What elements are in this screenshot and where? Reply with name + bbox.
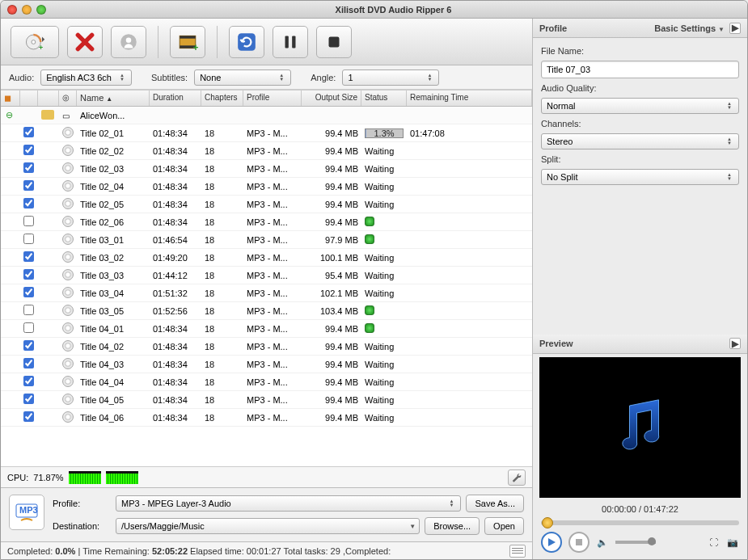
- audio-quality-label: Audio Quality:: [541, 83, 739, 93]
- volume-icon[interactable]: 🔈: [596, 536, 609, 549]
- row-checkbox[interactable]: [23, 145, 34, 155]
- cell-duration: 01:48:34: [150, 324, 201, 334]
- col-status[interactable]: Status: [361, 91, 407, 106]
- add-clip-button[interactable]: +: [170, 26, 205, 58]
- browse-button[interactable]: Browse...: [425, 517, 480, 535]
- cell-chapters: 18: [201, 324, 243, 334]
- col-output-size[interactable]: Output Size: [302, 91, 361, 106]
- table-row[interactable]: Title 02_0101:48:3418MP3 - M...99.4 MB1.…: [1, 124, 532, 142]
- row-checkbox[interactable]: [23, 411, 34, 422]
- row-checkbox[interactable]: [23, 127, 34, 137]
- status-ready-icon: [365, 323, 374, 333]
- table-row[interactable]: Title 03_0101:46:5418MP3 - M...97.9 MB: [1, 231, 532, 249]
- table-row[interactable]: Title 03_0301:44:1218MP3 - M...95.4 MBWa…: [1, 267, 532, 284]
- table-row[interactable]: Title 04_0501:48:3418MP3 - M...99.4 MBWa…: [1, 391, 532, 409]
- basic-settings-dropdown[interactable]: Basic Settings▼: [654, 23, 725, 33]
- panel-expand-icon[interactable]: ▶: [729, 338, 741, 349]
- save-as-button[interactable]: Save As...: [466, 495, 524, 512]
- table-row[interactable]: Title 02_0301:48:3418MP3 - M...99.4 MBWa…: [1, 160, 532, 178]
- row-checkbox[interactable]: [23, 180, 34, 191]
- row-checkbox[interactable]: [23, 287, 34, 297]
- row-checkbox[interactable]: [23, 340, 34, 351]
- cell-size: 99.4 MB: [302, 217, 361, 227]
- col-expand[interactable]: ◼: [1, 91, 20, 106]
- col-chapters[interactable]: Chapters: [201, 91, 243, 106]
- table-row[interactable]: Title 03_0201:49:2018MP3 - M...100.1 MBW…: [1, 249, 532, 267]
- info-button[interactable]: [111, 26, 146, 58]
- convert-button[interactable]: [229, 26, 264, 58]
- table-row[interactable]: Title 04_0401:48:3418MP3 - M...99.4 MBWa…: [1, 373, 532, 391]
- status-text: Waiting: [365, 395, 394, 405]
- table-row[interactable]: Title 04_0301:48:3418MP3 - M...99.4 MBWa…: [1, 356, 532, 373]
- cell-chapters: 18: [201, 342, 243, 352]
- row-checkbox[interactable]: [23, 394, 34, 404]
- cell-duration: 01:48:34: [150, 395, 201, 405]
- preview-time: 00:00:00 / 01:47:22: [533, 501, 747, 517]
- file-name-input[interactable]: Title 07_03: [541, 61, 739, 78]
- table-row[interactable]: Title 02_0601:48:3418MP3 - M...99.4 MB: [1, 213, 532, 231]
- snapshot-icon[interactable]: 📷: [726, 536, 739, 549]
- minimize-icon[interactable]: [22, 5, 32, 15]
- fullscreen-icon[interactable]: ⛶: [707, 536, 720, 549]
- table-row[interactable]: Title 04_0101:48:3418MP3 - M...99.4 MB: [1, 320, 532, 338]
- slider-knob[interactable]: [542, 517, 553, 528]
- play-button[interactable]: [541, 532, 562, 553]
- output-panel: MP3 Profile: MP3 - MPEG Layer-3 Audio ▲▼…: [1, 487, 532, 541]
- zoom-icon[interactable]: [36, 5, 46, 15]
- preview-seek-slider[interactable]: [541, 520, 739, 525]
- row-checkbox[interactable]: [23, 322, 34, 333]
- row-checkbox[interactable]: [23, 269, 34, 280]
- table-body[interactable]: ⊖ ▭ AliceWon... Title 02_0101:48:3418MP3…: [1, 107, 532, 466]
- table-row[interactable]: Title 02_0401:48:3418MP3 - M...99.4 MBWa…: [1, 178, 532, 196]
- stop-button[interactable]: [316, 26, 352, 58]
- volume-slider[interactable]: [615, 541, 656, 544]
- col-checkbox[interactable]: [20, 91, 38, 106]
- open-button[interactable]: Open: [484, 517, 524, 535]
- row-checkbox[interactable]: [23, 162, 34, 173]
- mp3-icon: MP3: [9, 495, 44, 530]
- audio-select[interactable]: English AC3 6ch ▲▼: [40, 69, 132, 86]
- destination-select[interactable]: /Users/Maggie/Music ▼: [116, 518, 420, 534]
- subtitles-select[interactable]: None ▲▼: [194, 69, 291, 86]
- split-select[interactable]: No Split ▲▼: [541, 169, 739, 185]
- channels-select[interactable]: Stereo ▲▼: [541, 133, 739, 149]
- row-checkbox[interactable]: [23, 234, 34, 244]
- table-row[interactable]: Title 02_0201:48:3418MP3 - M...99.4 MBWa…: [1, 142, 532, 160]
- status-text: Waiting: [365, 360, 394, 369]
- table-row[interactable]: Title 04_0201:48:3418MP3 - M...99.4 MBWa…: [1, 338, 532, 356]
- panel-expand-icon[interactable]: ▶: [729, 23, 741, 34]
- col-duration[interactable]: Duration: [150, 91, 201, 106]
- settings-button[interactable]: [508, 469, 526, 486]
- col-disc-icon[interactable]: ◎: [59, 91, 77, 106]
- row-checkbox[interactable]: [23, 358, 34, 368]
- col-profile[interactable]: Profile: [243, 91, 302, 106]
- row-checkbox[interactable]: [23, 251, 34, 262]
- row-checkbox[interactable]: [23, 198, 34, 208]
- row-checkbox[interactable]: [23, 376, 34, 386]
- angle-select[interactable]: 1 ▲▼: [342, 69, 439, 86]
- disc-icon: [62, 234, 74, 245]
- collapse-icon[interactable]: ⊖: [4, 111, 14, 120]
- disc-icon: [62, 287, 74, 298]
- disc-icon: [62, 358, 74, 369]
- right-pane: Profile Basic Settings▼ ▶ File Name: Tit…: [533, 19, 747, 559]
- profile-select[interactable]: MP3 - MPEG Layer-3 Audio ▲▼: [116, 495, 461, 512]
- stop-preview-button[interactable]: [568, 532, 590, 553]
- table-row-parent[interactable]: ⊖ ▭ AliceWon...: [1, 107, 532, 124]
- cell-profile: MP3 - M...: [243, 288, 302, 298]
- table-row[interactable]: Title 03_0501:52:5618MP3 - M...103.4 MB: [1, 302, 532, 320]
- row-checkbox[interactable]: [23, 305, 34, 315]
- audio-quality-select[interactable]: Normal ▲▼: [541, 98, 739, 114]
- row-checkbox[interactable]: [23, 216, 34, 226]
- table-row[interactable]: Title 02_0501:48:3418MP3 - M...99.4 MBWa…: [1, 196, 532, 213]
- remove-button[interactable]: [67, 26, 103, 58]
- pause-button[interactable]: [273, 26, 308, 58]
- tasklist-icon[interactable]: [509, 545, 526, 558]
- add-disc-button[interactable]: +: [11, 26, 59, 58]
- col-name[interactable]: Name ▲: [77, 91, 150, 106]
- table-row[interactable]: Title 04_0601:48:3418MP3 - M...99.4 MBWa…: [1, 409, 532, 427]
- table-row[interactable]: Title 03_0401:51:3218MP3 - M...102.1 MBW…: [1, 284, 532, 302]
- cell-name: Title 03_02: [77, 253, 150, 263]
- col-remaining[interactable]: Remaining Time: [407, 91, 532, 106]
- close-icon[interactable]: [7, 5, 17, 15]
